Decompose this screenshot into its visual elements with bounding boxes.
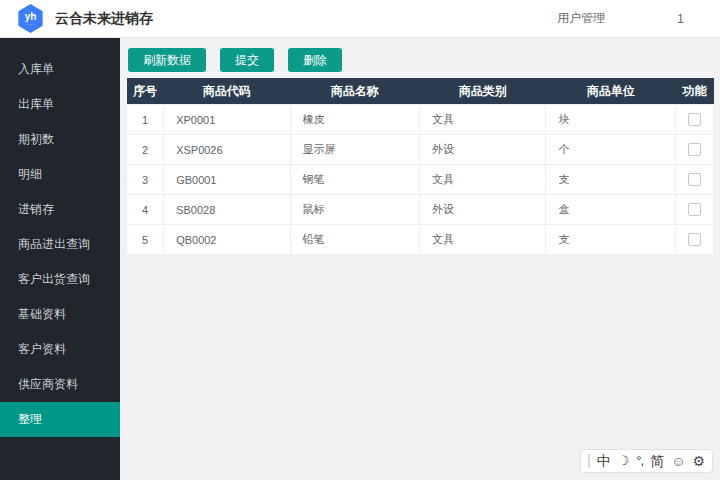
- cell-product-category: 文具: [419, 225, 545, 255]
- refresh-data-button[interactable]: 刷新数据: [128, 48, 206, 72]
- main-content: 刷新数据 提交 删除 序号商品代码商品名称商品类别商品单位功能 1XP0001橡…: [120, 38, 720, 480]
- row-checkbox[interactable]: [688, 113, 701, 126]
- column-header: 序号: [127, 78, 164, 105]
- sidebar-item-整理[interactable]: 整理: [0, 402, 120, 437]
- cell-product-unit: 支: [546, 225, 675, 255]
- sidebar-nav: 入库单出库单期初数明细进销存商品进出查询客户出货查询基础资料客户资料供应商资料整…: [0, 38, 120, 480]
- cell-product-name: 橡皮: [290, 105, 419, 135]
- ime-toolbar[interactable]: 中 ☽ °, 简 ☺ ⚙: [580, 449, 713, 473]
- table-row: 5QB0002铅笔文具支: [127, 225, 714, 255]
- sidebar-item-基础资料[interactable]: 基础资料: [0, 297, 120, 332]
- delete-button[interactable]: 删除: [288, 48, 342, 72]
- ime-halfwidth-moon-icon[interactable]: ☽: [618, 450, 630, 472]
- table-row: 3GB0001钢笔文具支: [127, 165, 714, 195]
- logo-dots: ····: [25, 22, 36, 26]
- cell-product-unit: 块: [546, 105, 675, 135]
- column-header: 功能: [675, 78, 713, 105]
- top-header: yh ···· 云合未来进销存 用户管理 1: [0, 0, 720, 38]
- ime-language-toggle[interactable]: 中: [597, 450, 611, 472]
- user-management-menu[interactable]: 用户管理: [557, 10, 605, 27]
- row-index: 5: [127, 225, 164, 255]
- cell-product-code: GB0001: [164, 165, 290, 195]
- toolbar: 刷新数据 提交 删除: [120, 38, 720, 72]
- app-title: 云合未来进销存: [55, 10, 153, 28]
- sidebar-item-出库单[interactable]: 出库单: [0, 87, 120, 122]
- sidebar-item-期初数[interactable]: 期初数: [0, 122, 120, 157]
- table-body: 1XP0001橡皮文具块2XSP0026显示屏外设个3GB0001钢笔文具支4S…: [127, 105, 714, 255]
- row-index: 1: [127, 105, 164, 135]
- cell-product-code: QB0002: [164, 225, 290, 255]
- row-checkbox[interactable]: [688, 143, 701, 156]
- sidebar-item-供应商资料[interactable]: 供应商资料: [0, 367, 120, 402]
- products-table: 序号商品代码商品名称商品类别商品单位功能 1XP0001橡皮文具块2XSP002…: [126, 78, 714, 255]
- products-table-wrap: 序号商品代码商品名称商品类别商品单位功能 1XP0001橡皮文具块2XSP002…: [126, 78, 714, 255]
- submit-button[interactable]: 提交: [220, 48, 274, 72]
- cell-product-unit: 支: [546, 165, 675, 195]
- cell-product-unit: 盒: [546, 195, 675, 225]
- logo-text: yh: [25, 12, 37, 22]
- row-index: 4: [127, 195, 164, 225]
- ime-cursor: [588, 454, 590, 468]
- column-header: 商品类别: [419, 78, 545, 105]
- row-index: 2: [127, 135, 164, 165]
- cell-product-name: 铅笔: [290, 225, 419, 255]
- cell-function: [675, 225, 713, 255]
- row-index: 3: [127, 165, 164, 195]
- cell-function: [675, 105, 713, 135]
- cell-product-category: 外设: [419, 195, 545, 225]
- cell-product-code: XSP0026: [164, 135, 290, 165]
- row-checkbox[interactable]: [688, 233, 701, 246]
- cell-product-code: XP0001: [164, 105, 290, 135]
- row-checkbox[interactable]: [688, 203, 701, 216]
- cell-function: [675, 135, 713, 165]
- sidebar-item-入库单[interactable]: 入库单: [0, 52, 120, 87]
- sidebar-item-客户资料[interactable]: 客户资料: [0, 332, 120, 367]
- table-row: 4SB0028鼠标外设盒: [127, 195, 714, 225]
- cell-product-category: 外设: [419, 135, 545, 165]
- cell-product-name: 鼠标: [290, 195, 419, 225]
- column-header: 商品单位: [546, 78, 675, 105]
- table-header-row: 序号商品代码商品名称商品类别商品单位功能: [127, 78, 714, 105]
- ime-emoji-icon[interactable]: ☺: [671, 450, 685, 472]
- ime-gear-icon[interactable]: ⚙: [692, 450, 705, 472]
- sidebar-item-客户出货查询[interactable]: 客户出货查询: [0, 262, 120, 297]
- sidebar-item-商品进出查询[interactable]: 商品进出查询: [0, 227, 120, 262]
- cell-product-name: 钢笔: [290, 165, 419, 195]
- cell-product-category: 文具: [419, 105, 545, 135]
- ime-punctuation-toggle[interactable]: °,: [636, 450, 643, 472]
- column-header: 商品代码: [164, 78, 290, 105]
- sidebar-item-明细[interactable]: 明细: [0, 157, 120, 192]
- cell-function: [675, 195, 713, 225]
- cell-function: [675, 165, 713, 195]
- column-header: 商品名称: [290, 78, 419, 105]
- table-row: 1XP0001橡皮文具块: [127, 105, 714, 135]
- sidebar-item-进销存[interactable]: 进销存: [0, 192, 120, 227]
- row-checkbox[interactable]: [688, 173, 701, 186]
- ime-simplified-toggle[interactable]: 简: [650, 450, 664, 472]
- cell-product-code: SB0028: [164, 195, 290, 225]
- table-row: 2XSP0026显示屏外设个: [127, 135, 714, 165]
- user-count-badge[interactable]: 1: [677, 12, 684, 26]
- cell-product-category: 文具: [419, 165, 545, 195]
- cell-product-name: 显示屏: [290, 135, 419, 165]
- app-logo-icon: yh ····: [17, 4, 44, 33]
- cell-product-unit: 个: [546, 135, 675, 165]
